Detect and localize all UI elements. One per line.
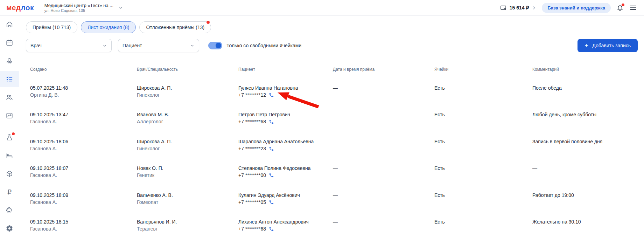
sidebar-item-inventory[interactable] [0,166,19,182]
patient-name: Гуляев Иванна Натановна [238,84,298,91]
notification-dot [622,4,624,6]
patient-phone: +7 ********68 [238,118,266,125]
gear-icon [6,225,13,232]
patient-phone: +7 ********68 [238,225,266,232]
comment: Желательно на 30.10 [532,218,581,225]
hamburger-icon [629,4,637,12]
balance-widget[interactable]: 15 614 ₽ [500,4,537,11]
table-row[interactable]: 09.10.2025 18:06Гасанова А. Широкова А. … [19,131,638,158]
created-date: 09.10.2025 13:47 [30,111,68,118]
created-by: Ортина Д. В. [30,91,68,98]
created-by: Гасанова А. [30,118,68,125]
comment: После обеда [532,84,562,91]
comment: — [532,165,537,172]
column-header-slots: Ячейки [434,67,448,72]
chevron-down-icon [118,5,123,10]
phone-icon[interactable] [269,119,274,124]
table-row[interactable]: 09.10.2025 13:47Гасанова А. Иванова М. В… [19,104,638,131]
calendar-icon [6,39,13,47]
sidebar-item-settings[interactable] [0,220,19,236]
sidebar: ₽ [0,16,19,240]
ruble-icon: ₽ [7,189,12,196]
appointment-datetime: — [333,138,338,145]
sidebar-item-beds[interactable] [0,148,19,164]
patient-name: Кулагин Эдуард Аксёнович [238,192,300,199]
tab-postponed-label: Отложенные приёмы (13) [146,25,204,30]
patient-phone: +7 ********12 [238,91,266,98]
comment: Работает до 19:00 [532,192,574,199]
clinic-name: Медицинский центр «Тест» на ... [44,3,113,8]
doctor-select-value: Врач [30,43,42,48]
puzzle-icon [6,206,13,214]
phone-icon[interactable] [269,146,274,151]
sidebar-item-patients[interactable] [0,89,19,105]
clinic-selector[interactable]: Медицинский центр «Тест» на ... ул. Ново… [44,3,123,13]
patient-name: Лихачев Антон Александрович [238,218,309,225]
sidebar-item-analytics[interactable] [0,108,19,124]
add-record-label: Добавить запись [592,43,631,48]
table-row[interactable]: 09.10.2025 18:15Гасанова А. Валерьянов И… [19,211,638,238]
patient-select-value: Пациент [122,43,142,48]
doctor-specialty: Гинеколог [137,145,172,152]
appointment-datetime: — [333,218,338,225]
home-icon [6,21,13,28]
doctor-name: Новак О. П. [137,165,163,172]
logo-part-med: мед [6,4,21,12]
comment: Любой день, кроме субботы [532,111,596,118]
tab-waiting-list[interactable]: Лист ожидания (8) [81,21,136,33]
tab-alert-dot [206,21,210,24]
doctor-specialty: Гинеколог [137,91,172,98]
chevron-right-icon [532,6,536,10]
appointment-datetime: — [333,192,338,199]
patient-name: Шарапова Адриана Анатольевна [238,138,314,145]
doctor-specialty: Аллерголог [137,118,169,125]
octopus-icon [6,57,13,65]
chevron-down-icon [102,43,107,48]
sidebar-item-waiting-list[interactable] [0,71,19,87]
sidebar-item-lab[interactable] [0,129,19,145]
appointment-datetime: — [333,84,338,91]
slots-status: Есть [434,138,445,145]
phone-icon[interactable] [269,226,274,232]
doctor-name: Вальченко А. В. [137,192,173,199]
wallet-icon [500,4,507,11]
doctor-name: Широкова А. П. [137,138,172,145]
medlock-logo[interactable]: медлок [6,4,34,12]
knowledge-base-button[interactable]: База знаний и поддержка [542,3,611,13]
created-date: 05.07.2025 11:48 [30,84,68,91]
created-by: Гасанова А. [30,145,68,152]
bed-icon [6,152,13,159]
sidebar-item-integrations[interactable] [0,202,19,218]
doctor-name: Широкова А. П. [137,84,172,91]
created-date: 09.10.2025 18:07 [30,165,68,172]
doctor-select[interactable]: Врач [26,39,112,52]
checklist-icon [6,75,13,83]
tab-postponed[interactable]: Отложенные приёмы (13) [139,21,211,33]
column-header-created: Создано [30,67,47,72]
comment: Запись в первой половине дня [532,138,602,145]
table-row[interactable]: 05.07.2025 11:48Ортина Д. В. Широкова А.… [19,77,638,104]
add-record-button[interactable]: + Добавить запись [578,39,638,52]
patient-phone: +7 ********23 [238,145,266,152]
sidebar-item-payments[interactable]: ₽ [0,184,19,200]
menu-button[interactable] [629,4,637,12]
table-row[interactable]: 09.10.2025 18:07Гасанова А. Новак О. П.Г… [19,157,638,184]
phone-icon[interactable] [269,200,274,205]
appointment-datetime: — [333,111,338,118]
filter-bar: Врач Пациент Только со свободными ячейка… [26,39,301,52]
table-row[interactable]: 09.10.2025 18:09Гасанова А. Вальченко А.… [19,184,638,211]
sidebar-item-calendar[interactable] [0,35,19,51]
sidebar-item-octopus[interactable] [0,53,19,69]
sidebar-item-home[interactable] [0,16,19,33]
slots-status: Есть [434,165,445,172]
free-slots-toggle[interactable] [208,42,222,49]
patient-select[interactable]: Пациент [118,39,199,52]
lab-alert-dot [12,132,15,135]
column-header-datetime: Дата и время приёма [333,67,374,72]
tab-appointments[interactable]: Приёмы (10 713) [26,21,77,33]
created-date: 09.10.2025 18:09 [30,192,68,199]
phone-icon[interactable] [269,92,274,98]
notifications-bell[interactable] [616,4,624,12]
column-header-comment: Комментарий [532,67,559,72]
phone-icon[interactable] [269,173,274,178]
